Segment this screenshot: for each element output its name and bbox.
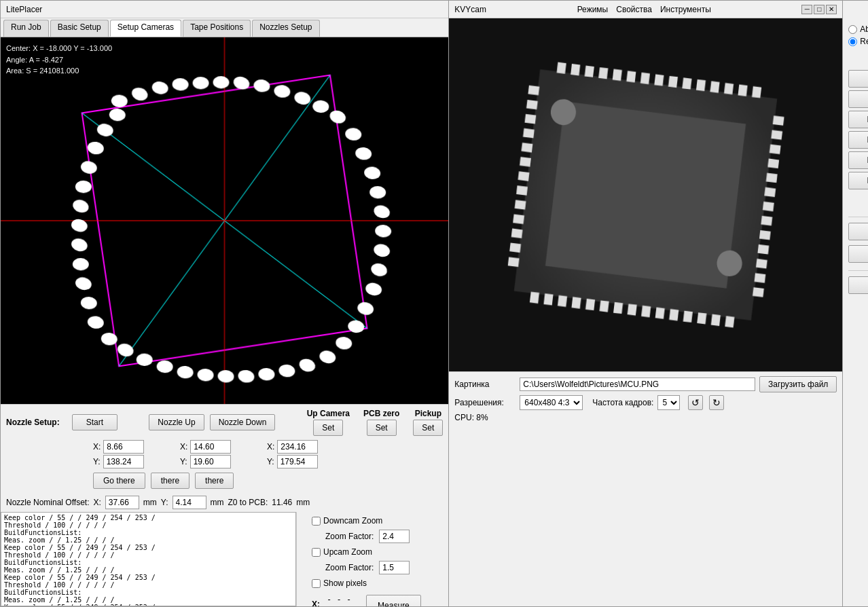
relative-radio-label[interactable]: Relative (848, 37, 868, 46)
show-pixels-checkbox[interactable] (312, 579, 321, 588)
pcb-zero-set-btn[interactable]: Set (367, 420, 397, 436)
log-line: Meas. zoom / / 1.25 / / / / (4, 536, 293, 544)
z0-label: Z0 to PCB: (228, 498, 268, 507)
upcam-zoom-label[interactable]: Upcam Zoom (312, 547, 372, 557)
right-controls-panel: Downcam Zoom Zoom Factor: Upcam Zoom Zoo… (306, 512, 448, 606)
nozzle-setup-label: Nozzle Setup: (6, 418, 60, 427)
relative-radio[interactable] (848, 37, 857, 46)
up-camera-label: Up Camera (307, 409, 350, 418)
nozzle-offset-mm2: mm (211, 498, 224, 507)
load-current-position-btn[interactable]: Load current position (848, 223, 868, 240)
measure-set-button[interactable]: Measure and set (366, 595, 421, 606)
refresh-cw-icon[interactable]: ↻ (709, 395, 724, 410)
log-line: BuildFunctionsList: (4, 529, 293, 536)
start-button[interactable]: Start (72, 414, 117, 430)
mark5-btn[interactable]: Mark5 (848, 151, 868, 169)
pickup-x-input[interactable] (277, 440, 318, 454)
up-camera-x-label: X: (93, 442, 101, 452)
up-camera-y-label: Y: (93, 457, 101, 466)
log-line: Threshold / 100 / / / / / / (4, 581, 293, 589)
tab-setup-cameras[interactable]: Setup Cameras (110, 20, 181, 37)
tab-nozzles-setup[interactable]: Nozzles Setup (252, 20, 319, 37)
bottom-section: Keep color / 55 / / 249 / 254 / 253 /Thr… (1, 512, 448, 606)
kvy-titlebar: KVYcam Режимы Свойства Инструменты ─ □ ✕ (449, 1, 842, 18)
kvy-close-btn[interactable]: ✕ (826, 5, 837, 14)
kvy-fps-select[interactable]: 5 (657, 395, 680, 410)
tab-basic-setup[interactable]: Basic Setup (50, 20, 109, 37)
kvy-load-btn[interactable]: Загрузить файл (759, 376, 837, 392)
camera-center-info: Center: X = -18.000 Y = -13.000 (6, 43, 112, 54)
show-pixels-label[interactable]: Show pixels (312, 578, 367, 588)
upcam-zoom-factor-label: Zoom Factor: (325, 563, 374, 572)
mark4-btn[interactable]: Mark4 (848, 131, 868, 149)
pcb-zero-label: PCB zero (363, 409, 399, 418)
cpu-text: CPU: 8% (454, 413, 488, 422)
kvy-picture-row: Картинка Загрузить файл (454, 376, 837, 392)
upcam-zoom-factor-input[interactable] (379, 561, 410, 574)
pcb-zero-x-input[interactable] (190, 440, 231, 454)
nozzle-offset-y-input[interactable] (173, 496, 206, 509)
set-current-position-btn[interactable]: Set current position (848, 245, 868, 263)
nozzle-offset-mm1: mm (143, 498, 157, 507)
downcam-zoom-label[interactable]: Downcam Zoom (312, 516, 382, 526)
nozzle-down-button[interactable]: Nozzle Down (210, 414, 276, 430)
pickup-x-label: X: (267, 442, 274, 452)
downcam-zoom-factor-input[interactable] (379, 530, 410, 543)
pcb-zero-go-btn[interactable]: there (151, 473, 189, 489)
downcam-zoom-factor-label: Zoom Factor: (325, 532, 374, 541)
nozzle-offset-x-input[interactable] (105, 496, 139, 509)
kvy-cpu-row: CPU: 8% (454, 413, 837, 422)
absolute-radio[interactable] (848, 25, 857, 34)
pcb-zero-x-label: X: (180, 442, 187, 452)
absolute-radio-label[interactable]: Absolute (848, 24, 868, 34)
log-line: BuildFunctionsList: (4, 559, 293, 566)
nozzle-offset-x-label: X: (94, 498, 101, 507)
log-line: Threshold / 100 / / / / / / (4, 551, 293, 559)
divider2 (848, 270, 868, 271)
divider1 (848, 217, 868, 217)
kvy-menu-modes[interactable]: Режимы (577, 5, 609, 14)
z0-value: 11.46 (272, 498, 292, 507)
up-camera-go-btn[interactable]: Go there (93, 473, 145, 489)
mark3-btn[interactable]: Mark3 (848, 111, 868, 128)
kvy-bottom-controls: Картинка Загрузить файл Разрешения: 640x… (449, 371, 842, 429)
far-right-panel: Absolute Relative GO: X: (843, 0, 868, 607)
pickup-go-btn[interactable]: there (195, 473, 234, 489)
upcam-zoom-factor-row: Zoom Factor: (325, 561, 443, 574)
tab-tape-positions[interactable]: Tape Positions (183, 20, 251, 37)
pickup-set-btn[interactable]: Set (413, 420, 443, 436)
kvy-menu-properties[interactable]: Свойства (616, 5, 652, 14)
refresh-ccw-icon[interactable]: ↺ (688, 395, 703, 410)
show-pixels-row: Show pixels (312, 578, 443, 588)
up-camera-x-input[interactable] (103, 440, 144, 454)
park-btn[interactable]: Park (848, 276, 868, 294)
coord-x-label: X: (312, 600, 324, 606)
downcam-zoom-factor-row: Zoom Factor: (325, 530, 443, 543)
kvy-resolution-select[interactable]: 640x480 4:3 (520, 395, 583, 410)
kvy-fps-label: Частота кадров: (592, 398, 653, 407)
kvy-picture-input[interactable] (520, 378, 755, 391)
upcam-zoom-row: Upcam Zoom (312, 547, 443, 557)
zero-btn[interactable]: Zero (848, 90, 868, 108)
kvy-minimize-btn[interactable]: ─ (801, 5, 812, 14)
kvy-menu-tools[interactable]: Инструменты (660, 5, 711, 14)
park2-btn[interactable]: Park2 (848, 70, 868, 88)
kvy-maximize-btn[interactable]: □ (814, 5, 825, 14)
log-line: Keep color / 55 / / 249 / 254 / 253 / (4, 544, 293, 551)
log-line: Keep color / 55 / / 249 / 254 / 253 / (4, 514, 293, 521)
log-line: Meas. zoom / / 1.25 / / / / (4, 566, 293, 574)
tab-run-job[interactable]: Run Job (3, 20, 49, 37)
up-camera-set-btn[interactable]: Set (313, 420, 343, 436)
pickup-y-input[interactable] (277, 455, 318, 468)
mark6-btn[interactable]: Mark6 (848, 172, 868, 189)
pcb-zero-y-label: Y: (180, 457, 187, 466)
up-camera-y-input[interactable] (103, 455, 144, 468)
camera-angle-info: Angle: A = -8.427 (6, 54, 112, 66)
kvy-win-controls: ─ □ ✕ (801, 5, 837, 14)
pcb-zero-y-input[interactable] (190, 455, 231, 468)
kvy-resolution-label: Разрешения: (454, 398, 516, 407)
downcam-zoom-checkbox[interactable] (312, 517, 321, 526)
upcam-zoom-checkbox[interactable] (312, 548, 321, 557)
log-panel[interactable]: Keep color / 55 / / 249 / 254 / 253 /Thr… (1, 512, 296, 606)
nozzle-up-button[interactable]: Nozzle Up (149, 414, 204, 430)
